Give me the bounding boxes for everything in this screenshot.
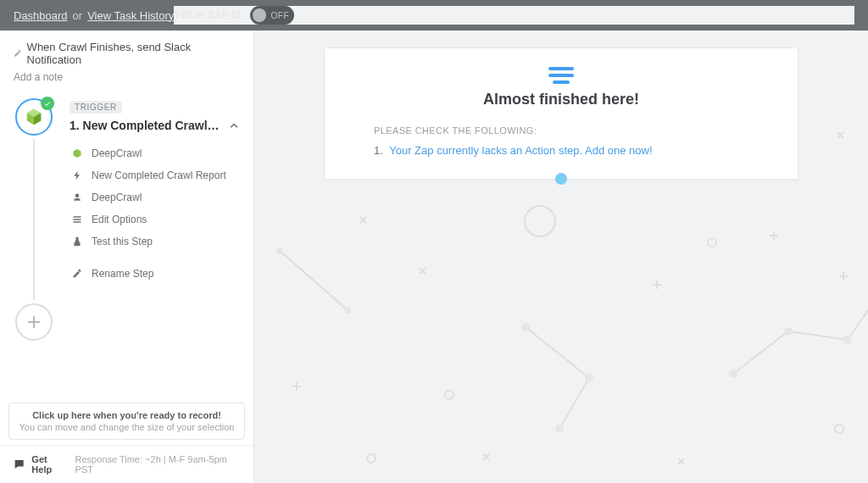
left-panel: When Crawl Finishes, send Slack Notifica… xyxy=(0,31,254,483)
substep-account[interactable]: DeepCrawl xyxy=(70,186,240,208)
svg-line-8 xyxy=(526,327,589,378)
get-help-meta: Response Time: ~2h | M-F 9am-5pm PST xyxy=(75,454,240,475)
toggle-knob xyxy=(253,8,266,22)
substep-app-label: DeepCrawl xyxy=(92,147,142,159)
recording-tooltip-line1: Click up here when you're ready to recor… xyxy=(18,410,236,420)
status-card-title: Almost finished here! xyxy=(374,91,748,108)
svg-line-9 xyxy=(559,378,589,429)
your-zap-is-label: YOUR ZAP IS xyxy=(174,9,242,21)
hexagon-icon xyxy=(71,147,83,159)
svg-point-21 xyxy=(835,425,843,433)
substep-trigger-type[interactable]: New Completed Crawl Report xyxy=(70,164,240,186)
trigger-badge: TRIGGER xyxy=(70,101,122,114)
step-title-toggle[interactable]: 1. New Completed Crawl Re... xyxy=(70,119,240,132)
zap-title-text: When Crawl Finishes, send Slack Notifica… xyxy=(27,41,240,66)
status-card: Almost finished here! PLEASE CHECK THE F… xyxy=(324,47,798,180)
substep-test[interactable]: Test this Step xyxy=(70,230,240,253)
add-step-button[interactable] xyxy=(15,303,53,341)
separator-or: or xyxy=(73,9,83,22)
chevron-up-icon xyxy=(228,119,240,131)
recording-tooltip-line2: You can move and change the size of your… xyxy=(18,422,236,432)
checklist-icon xyxy=(374,67,748,84)
check-item-number: 1. xyxy=(374,144,383,157)
svg-point-11 xyxy=(585,374,593,382)
dashboard-link[interactable]: Dashboard xyxy=(14,9,68,22)
zap-title-row[interactable]: When Crawl Finishes, send Slack Notifica… xyxy=(14,41,240,66)
svg-line-13 xyxy=(733,331,788,374)
recording-tooltip: Click up here when you're ready to recor… xyxy=(8,402,245,440)
deepcrawl-app-icon xyxy=(25,108,43,126)
svg-point-17 xyxy=(784,327,793,336)
svg-point-22 xyxy=(708,238,716,247)
person-icon xyxy=(71,192,83,203)
substep-test-label: Test this Step xyxy=(92,236,153,247)
lightning-icon xyxy=(71,169,83,181)
svg-point-18 xyxy=(843,336,852,344)
svg-line-14 xyxy=(788,331,848,340)
view-task-history-link[interactable]: View Task History xyxy=(87,9,174,22)
step-title-text: 1. New Completed Crawl Re... xyxy=(70,119,221,132)
svg-point-4 xyxy=(525,206,555,236)
substep-app[interactable]: DeepCrawl xyxy=(70,142,240,164)
svg-marker-3 xyxy=(74,149,81,158)
substep-account-label: DeepCrawl xyxy=(92,192,142,203)
svg-line-5 xyxy=(280,251,348,310)
top-bar: Dashboard or View Task History ✻ YOUR ZA… xyxy=(0,0,868,31)
card-resize-handle[interactable] xyxy=(555,173,567,185)
substep-trigger-label: New Completed Crawl Report xyxy=(92,169,226,181)
svg-point-6 xyxy=(276,247,283,254)
svg-point-20 xyxy=(367,454,376,463)
check-following-label: PLEASE CHECK THE FOLLOWING: xyxy=(374,125,748,136)
pencil-icon xyxy=(71,268,83,280)
list-icon xyxy=(71,214,83,225)
svg-point-10 xyxy=(521,323,530,331)
substep-rename-label: Rename Step xyxy=(92,268,153,280)
add-note-link[interactable]: Add a note xyxy=(14,71,240,83)
substep-edit-label: Edit Options xyxy=(92,214,147,225)
substep-edit-options[interactable]: Edit Options xyxy=(70,208,240,230)
trigger-step-node[interactable] xyxy=(15,98,53,136)
pencil-icon xyxy=(14,49,22,58)
svg-point-12 xyxy=(555,425,564,433)
canvas: Almost finished here! PLEASE CHECK THE F… xyxy=(254,31,868,483)
add-action-step-link[interactable]: Your Zap currently lacks an Action step.… xyxy=(389,144,652,157)
substep-rename[interactable]: Rename Step xyxy=(70,263,240,285)
get-help-label: Get Help xyxy=(31,454,68,475)
checkmark-badge-icon xyxy=(41,97,54,110)
svg-point-19 xyxy=(445,391,453,399)
zap-enable-toggle[interactable]: OFF xyxy=(250,6,294,25)
beaker-icon xyxy=(71,236,83,247)
plus-icon xyxy=(27,315,41,329)
svg-point-16 xyxy=(729,369,737,378)
connector-line xyxy=(33,139,35,300)
svg-line-15 xyxy=(848,310,868,340)
toggle-state-label: OFF xyxy=(271,11,290,20)
chat-icon xyxy=(14,458,25,470)
check-item: 1. Your Zap currently lacks an Action st… xyxy=(374,144,748,157)
svg-point-7 xyxy=(344,307,351,314)
get-help-bar[interactable]: Get Help Response Time: ~2h | M-F 9am-5p… xyxy=(0,445,253,483)
